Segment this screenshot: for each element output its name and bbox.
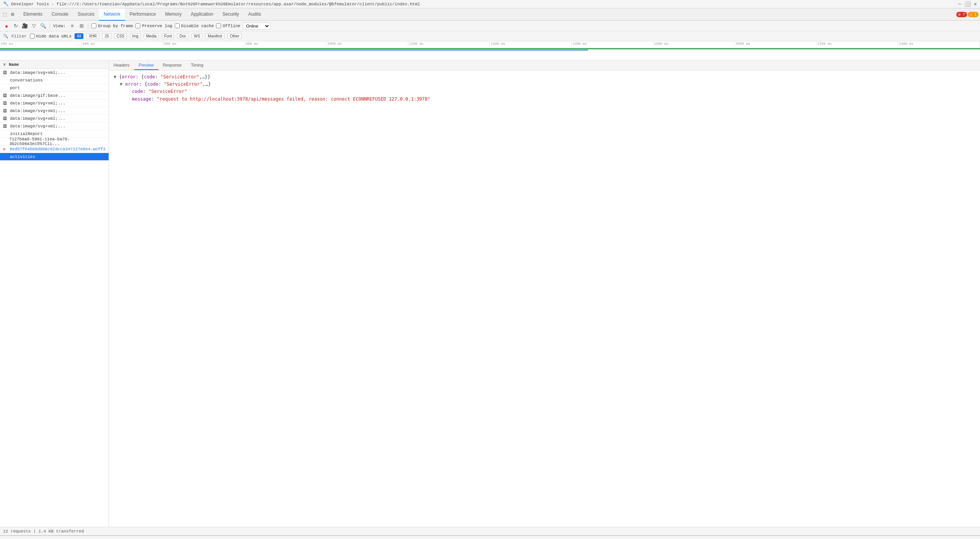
network-item-svg2[interactable]: 🖼 data:image/svg+xml;... — [0, 99, 109, 107]
tab-headers[interactable]: Headers — [109, 60, 134, 70]
tick-1600: 1600 ms — [572, 41, 653, 48]
network-item-guid[interactable]: 7127b8a0-5991-11ea-ba76-3b2c598a3ec5%7Cl… — [0, 138, 109, 145]
item-name: data:image/svg+xml;... — [10, 109, 65, 113]
network-item-gif[interactable]: 🖼 data:image/gif;base... — [0, 92, 109, 99]
detail-pane: Headers Preview Response Timing ▼ {error… — [109, 60, 980, 527]
offline-label[interactable]: Offline — [216, 23, 240, 28]
tab-elements[interactable]: Elements — [19, 8, 47, 21]
offline-text: Offline — [223, 24, 240, 28]
json-key-code: code — [144, 74, 155, 80]
hide-data-urls-label[interactable]: Hide data URLs — [30, 34, 72, 39]
json-key-code3: code — [132, 89, 143, 94]
inspect-icon[interactable]: ⬚ — [2, 10, 8, 19]
filter-media-button[interactable]: Media — [144, 33, 159, 39]
network-item-svg3[interactable]: 🖼 data:image/svg+xml;... — [0, 107, 109, 115]
filter-all-button[interactable]: All — [75, 33, 83, 39]
json-comma2: ,…} — [203, 81, 211, 87]
img-icon-2: 🖼 — [3, 93, 8, 98]
offline-checkbox[interactable] — [216, 23, 221, 28]
disable-cache-label[interactable]: Disable cache — [175, 23, 214, 28]
filter-label: Filter — [11, 34, 27, 39]
json-val-service2: "ServiceError" — [164, 81, 203, 87]
search-button[interactable]: 🔍 — [40, 23, 47, 29]
network-list-header: ✕ Name — [0, 60, 109, 69]
filter-css-button[interactable]: CSS — [114, 33, 127, 39]
refresh-button[interactable]: ↻ — [12, 23, 19, 29]
tab-sources[interactable]: Sources — [73, 8, 99, 21]
tab-timing[interactable]: Timing — [186, 60, 208, 70]
filter-manifest-button[interactable]: Manifest — [205, 33, 224, 39]
filter-doc-button[interactable]: Doc — [177, 33, 189, 39]
window-controls[interactable]: — ⬜ ✕ — [958, 1, 977, 7]
name-column-header: Name — [9, 62, 19, 67]
console-drag-icon: ⋮⋮ — [3, 536, 17, 539]
timeline-ticks: 200 ms 400 ms 600 ms 800 ms 1000 ms 1200… — [0, 41, 980, 48]
tab-memory[interactable]: Memory — [161, 8, 186, 21]
tab-security[interactable]: Security — [218, 8, 244, 21]
json-arrow-2[interactable]: ▼ — [120, 81, 122, 87]
preserve-log-checkbox[interactable] — [135, 23, 140, 28]
network-list: ✕ Name 🖼 data:image/svg+xml;... conversa… — [0, 60, 109, 527]
img-icon: 🖼 — [3, 70, 8, 75]
filter-ws-button[interactable]: WS — [192, 33, 202, 39]
network-item-conversations[interactable]: conversations — [0, 77, 109, 84]
filter-button[interactable]: ▽ — [31, 23, 37, 29]
json-brace-1: { — [119, 74, 122, 80]
minimize-button[interactable]: — — [958, 1, 961, 7]
record-button[interactable]: ● — [3, 23, 10, 29]
item-name: data:image/svg+xml;... — [10, 116, 65, 121]
detail-tabs: Headers Preview Response Timing — [109, 60, 980, 70]
item-name: conversations — [10, 78, 43, 83]
filter-img-button[interactable]: Img — [130, 33, 141, 39]
filter-other-button[interactable]: Other — [228, 33, 242, 39]
separator-2 — [88, 23, 88, 29]
tab-application[interactable]: Application — [186, 8, 218, 21]
item-name: data:image/svg+xml;... — [10, 124, 65, 129]
tab-performance[interactable]: Performance — [125, 8, 161, 21]
network-item-activities[interactable]: activities — [0, 153, 109, 161]
tab-network[interactable]: Network — [99, 8, 125, 21]
json-arrow-1[interactable]: ▼ — [114, 74, 116, 80]
filter-xhr-button[interactable]: XHR — [86, 33, 99, 39]
filter-js-button[interactable]: JS — [102, 33, 111, 39]
tab-console[interactable]: Console — [47, 8, 73, 21]
item-name: data:image/svg+xml;... — [10, 70, 65, 75]
view-large-button[interactable]: ⊞ — [78, 23, 85, 29]
timeline-blue-bar — [0, 50, 588, 50]
view-list-button[interactable]: ≡ — [69, 23, 76, 29]
group-by-frame-checkbox[interactable] — [91, 23, 96, 28]
item-name: data:image/svg+xml;... — [10, 101, 65, 106]
json-key-code2: code — [147, 81, 158, 87]
camera-button[interactable]: 🎥 — [21, 23, 28, 29]
network-item-port[interactable]: port — [0, 84, 109, 92]
title-bar-text: Developer Tools - file:///C:/Users/toanz… — [11, 2, 958, 7]
tick-400: 400 ms — [82, 41, 164, 48]
network-item-svg1[interactable]: 🖼 data:image/svg+xml;... — [0, 69, 109, 77]
group-by-frame-label[interactable]: Group by frame — [91, 23, 133, 28]
devtools-icons: ⬚ ⊞ — [2, 10, 16, 19]
tick-800: 800 ms — [245, 41, 327, 48]
filter-font-button[interactable]: Font — [162, 33, 174, 39]
network-throttle-select[interactable]: Online Fast 3G Slow 3G Offline — [243, 23, 270, 29]
tab-audits[interactable]: Audits — [244, 8, 265, 21]
panel-close-icon[interactable]: ✕ — [3, 62, 6, 67]
disable-cache-checkbox[interactable] — [175, 23, 180, 28]
tab-response[interactable]: Response — [158, 60, 187, 70]
network-item-woff2[interactable]: ⊗ 6ed57f64b08d908c62dcca347127e0e4.woff2 — [0, 145, 109, 153]
preserve-log-label[interactable]: Preserve log — [135, 23, 172, 28]
status-text: 12 requests | 1.4 KB transferred — [3, 529, 84, 534]
tab-preview[interactable]: Preview — [134, 60, 158, 70]
tick-2000: 2000 ms — [735, 41, 817, 48]
error-badge: ⊗ 7 — [956, 12, 967, 17]
network-item-svg4[interactable]: 🖼 data:image/svg+xml;... — [0, 115, 109, 122]
img-icon-5: 🖼 — [3, 116, 8, 121]
network-item-svg5[interactable]: 🖼 data:image/svg+xml;... — [0, 122, 109, 130]
responsive-icon[interactable]: ⊞ — [9, 10, 15, 19]
hide-data-urls-checkbox[interactable] — [30, 34, 35, 39]
tick-1000: 1000 ms — [327, 41, 408, 48]
json-key-error2: error — [125, 81, 139, 87]
close-button[interactable]: ✕ — [974, 1, 977, 7]
maximize-button[interactable]: ⬜ — [964, 1, 971, 7]
console-section: ⋮⋮ Console ✕ ▶ 🚫 top ▼ Default levels ▼ … — [0, 535, 980, 539]
img-icon-3: 🖼 — [3, 101, 8, 106]
